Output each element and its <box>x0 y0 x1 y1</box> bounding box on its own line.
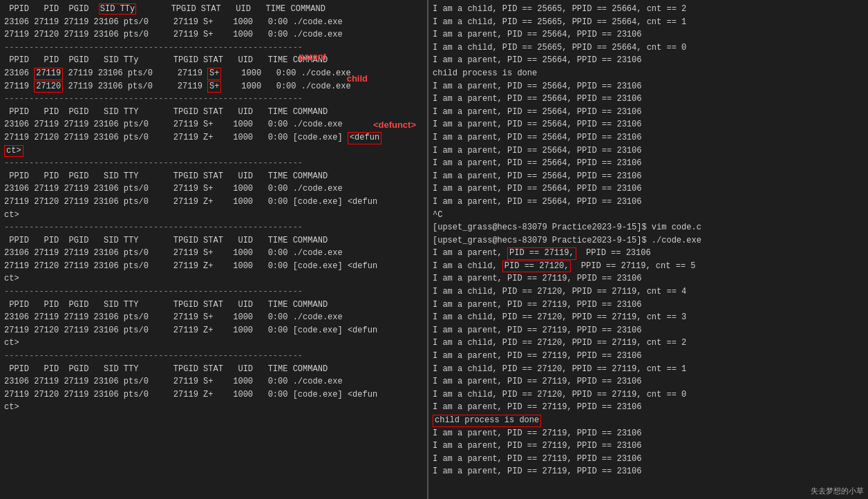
prompt-line: [upset_grass@hecs-83079 Practice2023-9-1… <box>433 234 864 247</box>
output-line: I am a child, PID == 25665, PPID == 2566… <box>433 41 864 55</box>
output-line: I am a parent, PID == 27119, PPID == 231… <box>433 453 864 466</box>
block-repeat-2: PPID PID PGID SID TTY TPGID STAT UID TIM… <box>4 170 423 221</box>
output-line: I am a parent, PID == 27119, PPID == 231… <box>433 272 864 285</box>
data-line: 27119 27120 27119 23106 pts/0 27119 Z+ 1… <box>4 260 423 273</box>
header-0: PPID PID PGID SID TTy TPGID STAT UID TIM… <box>4 3 423 16</box>
output-line: I am a parent, PID == 27119, PPID == 231… <box>433 375 864 388</box>
data-line: 23106 27119 27119 23106 pts/0 27119 S+ 1… <box>4 16 423 29</box>
output-line: child process is done <box>433 67 864 80</box>
block-repeat-4: PPID PID PGID SID TTY TPGID STAT UID TIM… <box>4 299 423 350</box>
block-parent-child: PPID PID PGID SID TTy TPGID STAT UID TIM… <box>4 54 423 93</box>
data-line-defunct: 27119 27120 27119 23106 pts/0 27119 Z+ 1… <box>4 131 423 144</box>
header-3: PPID PID PGID SID TTY TPGID STAT UID TIM… <box>4 170 423 183</box>
output-line: I am a parent, PID == 25664, PPID == 231… <box>433 131 864 144</box>
right-terminal-panel: I am a child, PID == 25665, PPID == 2566… <box>428 0 868 499</box>
output-line: I am a parent, PID == 25664, PPID == 231… <box>433 54 864 67</box>
output-line: I am a parent, PID == 27119, PPID == 231… <box>433 299 864 312</box>
child-process-done: child process is done <box>433 414 864 427</box>
block-repeat-3: PPID PID PGID SID TTY TPGID STAT UID TIM… <box>4 234 423 285</box>
data-line: ct> <box>4 209 423 222</box>
watermark: 失去梦想的小草 <box>811 486 864 496</box>
parent-label: parent <box>299 51 326 62</box>
data-line: 23106 27119 27119 23106 pts/0 27119 S+ 1… <box>4 118 423 131</box>
output-line: I am a child, PID == 27120, PPID == 2711… <box>433 260 864 273</box>
output-line: I am a parent, PID == 25664, PPID == 231… <box>433 93 864 106</box>
header-6: PPID PID PGID SID TTY TPGID STAT UID TIM… <box>4 363 423 376</box>
output-line: I am a parent, PID == 25664, PPID == 231… <box>433 157 864 170</box>
separator: ----------------------------------------… <box>4 93 423 106</box>
data-line: 23106 27119 27119 23106 pts/0 27119 S+ 1… <box>4 311 423 324</box>
output-line: I am a parent, PID == 27119, PPID == 231… <box>433 440 864 453</box>
output-line: I am a parent, PID == 25664, PPID == 231… <box>433 144 864 158</box>
separator: ----------------------------------------… <box>4 41 423 55</box>
data-line: ct> <box>4 337 423 350</box>
output-line: I am a child, PID == 27120, PPID == 2711… <box>433 363 864 376</box>
output-line: I am a parent, PID == 25664, PPID == 231… <box>433 196 864 209</box>
data-line: ct> <box>4 272 423 285</box>
output-line: I am a parent, PID == 27119, PPID == 231… <box>433 324 864 337</box>
prompt-line: [upset_grass@hecs-83079 Practice2023-9-1… <box>433 221 864 234</box>
output-line: I am a child, PID == 27120, PPID == 2711… <box>433 311 864 324</box>
data-line: 23106 27119 27119 23106 pts/0 27119 S+ 1… <box>4 247 423 260</box>
output-line: I am a parent, PID == 25664, PPID == 231… <box>433 106 864 119</box>
output-line: I am a parent, PID == 27119, PPID == 231… <box>433 247 864 260</box>
output-line: I am a parent, PID == 27119, PPID == 231… <box>433 465 864 478</box>
left-terminal-panel: PPID PID PGID SID TTy TPGID STAT UID TIM… <box>0 0 428 499</box>
data-line: 27119 27120 27119 23106 pts/0 27119 Z+ 1… <box>4 324 423 337</box>
data-line: ct> <box>4 401 423 414</box>
output-line: ^C <box>433 209 864 222</box>
output-line: I am a child, PID == 27120, PPID == 2711… <box>433 337 864 350</box>
data-line: 27119 27120 27119 23106 pts/0 27119 Z+ 1… <box>4 196 423 209</box>
block-repeat-5: PPID PID PGID SID TTY TPGID STAT UID TIM… <box>4 363 423 414</box>
data-line: 27119 27120 27119 23106 pts/0 27119 Z+ 1… <box>4 388 423 402</box>
defunct-label: <defunct> <box>373 120 416 130</box>
separator: ----------------------------------------… <box>4 157 423 170</box>
block-top: PPID PID PGID SID TTy TPGID STAT UID TIM… <box>4 3 423 41</box>
block-defunct-1: PPID PID PGID SID TTY TPGID STAT UID TIM… <box>4 106 423 157</box>
output-line: I am a parent, PID == 25664, PPID == 231… <box>433 182 864 196</box>
separator: ----------------------------------------… <box>4 350 423 363</box>
output-line: I am a parent, PID == 27119, PPID == 231… <box>433 350 864 363</box>
data-line: 23106 27119 27119 23106 pts/0 27119 S+ 1… <box>4 375 423 388</box>
header-4: PPID PID PGID SID TTY TPGID STAT UID TIM… <box>4 234 423 247</box>
output-line: I am a child, PID == 27120, PPID == 2711… <box>433 388 864 402</box>
output-line: I am a child, PID == 25665, PPID == 2566… <box>433 16 864 29</box>
data-line: 27119 27120 27119 23106 pts/0 27119 S+ 1… <box>4 28 423 41</box>
output-line: I am a child, PID == 27120, PPID == 2711… <box>433 285 864 299</box>
output-line: I am a parent, PID == 25664, PPID == 231… <box>433 118 864 131</box>
output-line: I am a parent, PID == 25664, PPID == 231… <box>433 170 864 183</box>
output-line: I am a parent, PID == 27119, PPID == 231… <box>433 401 864 414</box>
child-label: child <box>347 73 368 84</box>
separator: ----------------------------------------… <box>4 221 423 234</box>
separator: ----------------------------------------… <box>4 285 423 299</box>
header-5: PPID PID PGID SID TTY TPGID STAT UID TIM… <box>4 299 423 312</box>
output-line: I am a parent, PID == 25664, PPID == 231… <box>433 28 864 41</box>
data-line: 23106 27119 27119 23106 pts/0 27119 S+ 1… <box>4 182 423 196</box>
output-line: I am a parent, PID == 25664, PPID == 231… <box>433 80 864 93</box>
output-line: I am a child, PID == 25665, PPID == 2566… <box>433 3 864 16</box>
header-1: PPID PID PGID SID TTy TPGID STAT UID TIM… <box>4 54 423 67</box>
header-2: PPID PID PGID SID TTY TPGID STAT UID TIM… <box>4 106 423 119</box>
output-line: I am a parent, PID == 27119, PPID == 231… <box>433 427 864 440</box>
data-line-ct: ct> <box>4 144 423 158</box>
